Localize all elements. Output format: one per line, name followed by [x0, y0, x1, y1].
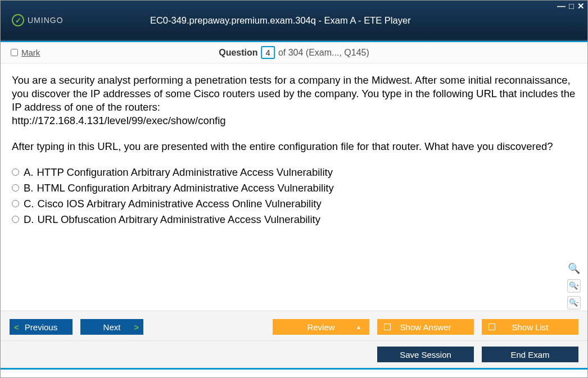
app-logo: ✓ UMINGO: [12, 14, 64, 26]
end-exam-button[interactable]: End Exam: [482, 347, 578, 362]
end-exam-label: End Exam: [510, 350, 549, 359]
question-number[interactable]: 4: [261, 46, 275, 59]
next-button[interactable]: Next >: [80, 319, 143, 335]
logo-text: UMINGO: [28, 16, 64, 25]
mark-checkbox[interactable]: [11, 49, 18, 56]
question-label: Question: [219, 48, 257, 58]
search-icon[interactable]: 🔍: [567, 262, 581, 276]
title-bar: ✓ UMINGO EC0-349.prepaway.premium.exam.3…: [1, 1, 587, 41]
next-label: Next: [103, 322, 121, 332]
review-button[interactable]: Review ▲: [273, 319, 369, 335]
chevron-left-icon: <: [14, 322, 19, 332]
option-b[interactable]: B. HTML Configuration Arbitrary Administ…: [12, 181, 576, 195]
show-list-button[interactable]: Show List: [482, 319, 578, 335]
logo-check-icon: ✓: [12, 14, 24, 26]
question-line1: You are a security analyst performing a …: [12, 74, 575, 113]
bottom-accent-bar: [1, 368, 587, 370]
zoom-in-icon[interactable]: 🔍+: [567, 279, 581, 293]
question-bar: Mark Question 4 of 304 (Exam..., Q145): [1, 42, 587, 63]
zoom-out-icon[interactable]: 🔍−: [567, 296, 581, 309]
save-session-button[interactable]: Save Session: [377, 347, 474, 362]
maximize-icon[interactable]: □: [569, 1, 574, 11]
show-answer-button[interactable]: Show Answer: [377, 319, 474, 335]
save-session-label: Save Session: [400, 350, 451, 359]
footer-row-2: Save Session End Exam: [1, 340, 587, 368]
option-b-radio[interactable]: [12, 184, 19, 192]
options-list: A. HTTP Configuration Arbitrary Administ…: [12, 166, 576, 226]
option-c-radio[interactable]: [12, 200, 19, 207]
window-controls: — □ ✕: [557, 1, 585, 11]
review-label: Review: [307, 322, 334, 332]
previous-label: Previous: [25, 322, 57, 332]
option-c[interactable]: C. Cisco IOS Arbitrary Administrative Ac…: [12, 197, 576, 211]
chevron-right-icon: >: [134, 322, 139, 332]
option-d-letter: D.: [24, 213, 34, 226]
option-d-radio[interactable]: [12, 216, 19, 223]
option-b-letter: B.: [24, 181, 33, 195]
chevron-up-icon: ▲: [356, 324, 361, 330]
option-a[interactable]: A. HTTP Configuration Arbitrary Administ…: [12, 166, 576, 179]
option-c-text: Cisco IOS Arbitrary Administrative Acces…: [38, 197, 322, 211]
previous-button[interactable]: < Previous: [10, 319, 73, 335]
question-total: of 304 (Exam..., Q145): [278, 48, 369, 58]
option-d[interactable]: D. URL Obfuscation Arbitrary Administrat…: [12, 213, 576, 226]
window-title: EC0-349.prepaway.premium.exam.304q - Exa…: [64, 15, 497, 26]
mark-label: Mark: [21, 48, 40, 57]
show-list-checkbox[interactable]: [489, 324, 495, 330]
question-text: You are a security analyst performing a …: [12, 74, 576, 153]
option-d-text: URL Obfuscation Arbitrary Administrative…: [38, 213, 320, 226]
close-icon[interactable]: ✕: [577, 1, 585, 11]
question-indicator: Question 4 of 304 (Exam..., Q145): [219, 46, 369, 59]
show-list-label: Show List: [512, 322, 548, 332]
option-a-radio[interactable]: [12, 168, 19, 176]
question-content: You are a security analyst performing a …: [1, 63, 587, 311]
option-a-text: HTTP Configuration Arbitrary Administrat…: [37, 166, 332, 179]
mark-checkbox-wrap[interactable]: Mark: [11, 48, 40, 57]
show-answer-checkbox[interactable]: [384, 324, 391, 330]
question-line2: After typing in this URL, you are presen…: [12, 140, 576, 153]
minimize-icon[interactable]: —: [557, 1, 566, 11]
footer-row-1: < Previous Next > Review ▲ Show Answer S…: [1, 311, 587, 340]
option-a-letter: A.: [24, 166, 33, 179]
footer: < Previous Next > Review ▲ Show Answer S…: [1, 311, 587, 370]
option-c-letter: C.: [24, 197, 34, 211]
option-b-text: HTML Configuration Arbitrary Administrat…: [37, 181, 333, 195]
question-url: http://172.168.4.131/level/99/exec/show/…: [12, 115, 226, 126]
show-answer-label: Show Answer: [400, 322, 451, 332]
zoom-tools: 🔍 🔍+ 🔍−: [567, 262, 581, 309]
